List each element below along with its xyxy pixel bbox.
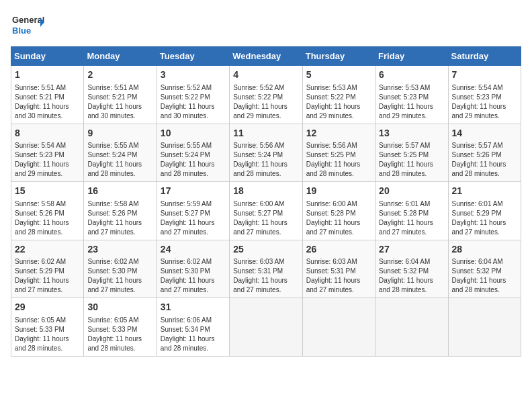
- day-number: 4: [233, 68, 298, 82]
- sunrise-label: Sunrise: 5:53 AM: [379, 84, 430, 91]
- day-cell: 18Sunrise: 6:00 AMSunset: 5:27 PMDayligh…: [230, 182, 302, 240]
- calendar-body: 1Sunrise: 5:51 AMSunset: 5:21 PMDaylight…: [11, 66, 521, 357]
- day-info: Sunrise: 6:05 AMSunset: 5:33 PMDaylight:…: [15, 316, 80, 353]
- daylight-label: Daylight: 11 hours: [161, 277, 215, 284]
- daylight-detail: and 30 minutes.: [15, 112, 62, 120]
- day-number: 5: [306, 68, 371, 82]
- column-header-saturday: Saturday: [448, 47, 521, 66]
- day-info: Sunrise: 5:52 AMSunset: 5:22 PMDaylight:…: [161, 83, 226, 121]
- sunrise-label: Sunrise: 5:54 AM: [452, 84, 503, 91]
- sunset-label: Sunset: 5:31 PM: [306, 267, 356, 275]
- day-cell: 6Sunrise: 5:53 AMSunset: 5:23 PMDaylight…: [375, 66, 448, 124]
- day-number: 28: [452, 243, 517, 257]
- sunrise-label: Sunrise: 5:52 AM: [233, 84, 284, 91]
- sunset-label: Sunset: 5:26 PM: [87, 210, 137, 217]
- day-cell: 25Sunrise: 6:03 AMSunset: 5:31 PMDayligh…: [230, 240, 302, 298]
- sunset-label: Sunset: 5:26 PM: [15, 210, 64, 217]
- day-number: 21: [452, 185, 517, 198]
- day-cell: [448, 298, 521, 357]
- sunrise-label: Sunrise: 6:05 AM: [15, 316, 66, 324]
- daylight-detail: and 28 minutes.: [161, 170, 208, 177]
- day-info: Sunrise: 6:03 AMSunset: 5:31 PMDaylight:…: [306, 257, 371, 295]
- day-info: Sunrise: 6:03 AMSunset: 5:31 PMDaylight:…: [233, 257, 298, 295]
- sunset-label: Sunset: 5:31 PM: [233, 267, 283, 275]
- daylight-label: Daylight: 11 hours: [161, 335, 215, 342]
- daylight-label: Daylight: 11 hours: [379, 277, 433, 284]
- sunrise-label: Sunrise: 6:01 AM: [379, 200, 430, 208]
- day-info: Sunrise: 5:54 AMSunset: 5:23 PMDaylight:…: [452, 83, 517, 121]
- day-number: 7: [452, 68, 517, 82]
- sunrise-label: Sunrise: 6:04 AM: [379, 258, 430, 265]
- daylight-label: Daylight: 11 hours: [15, 277, 69, 284]
- sunrise-label: Sunrise: 5:56 AM: [306, 142, 357, 149]
- day-info: Sunrise: 6:01 AMSunset: 5:29 PMDaylight:…: [452, 199, 517, 237]
- day-number: 24: [161, 243, 226, 257]
- sunset-label: Sunset: 5:30 PM: [161, 267, 210, 275]
- sunset-label: Sunset: 5:28 PM: [379, 210, 429, 217]
- day-number: 6: [379, 68, 444, 82]
- daylight-detail: and 28 minutes.: [452, 286, 500, 293]
- day-cell: 28Sunrise: 6:04 AMSunset: 5:32 PMDayligh…: [448, 240, 521, 298]
- day-number: 20: [379, 185, 444, 198]
- day-number: 9: [87, 127, 152, 140]
- sunset-label: Sunset: 5:33 PM: [87, 326, 137, 333]
- day-info: Sunrise: 5:59 AMSunset: 5:27 PMDaylight:…: [161, 199, 226, 237]
- daylight-label: Daylight: 11 hours: [161, 161, 215, 168]
- sunrise-label: Sunrise: 6:00 AM: [306, 200, 357, 208]
- day-info: Sunrise: 5:56 AMSunset: 5:25 PMDaylight:…: [306, 141, 371, 179]
- sunrise-label: Sunrise: 6:03 AM: [233, 258, 284, 265]
- day-number: 13: [379, 127, 444, 140]
- day-cell: 3Sunrise: 5:52 AMSunset: 5:22 PMDaylight…: [157, 66, 229, 124]
- day-info: Sunrise: 5:55 AMSunset: 5:24 PMDaylight:…: [87, 141, 152, 179]
- sunset-label: Sunset: 5:22 PM: [233, 93, 283, 101]
- day-number: 30: [87, 301, 152, 314]
- daylight-detail: and 28 minutes.: [306, 170, 354, 177]
- day-info: Sunrise: 5:55 AMSunset: 5:24 PMDaylight:…: [161, 141, 226, 179]
- daylight-detail: and 28 minutes.: [87, 170, 135, 177]
- sunrise-label: Sunrise: 5:57 AM: [379, 142, 430, 149]
- sunset-label: Sunset: 5:25 PM: [379, 151, 429, 158]
- sunset-label: Sunset: 5:23 PM: [379, 93, 429, 101]
- day-number: 12: [306, 127, 371, 140]
- day-cell: 26Sunrise: 6:03 AMSunset: 5:31 PMDayligh…: [302, 240, 375, 298]
- day-info: Sunrise: 5:56 AMSunset: 5:24 PMDaylight:…: [233, 141, 298, 179]
- daylight-label: Daylight: 11 hours: [379, 161, 433, 168]
- day-info: Sunrise: 6:01 AMSunset: 5:28 PMDaylight:…: [379, 199, 444, 237]
- daylight-detail: and 27 minutes.: [306, 286, 354, 293]
- day-info: Sunrise: 6:00 AMSunset: 5:27 PMDaylight:…: [233, 199, 298, 237]
- day-number: 25: [233, 243, 298, 257]
- logo: General Blue: [11, 11, 44, 41]
- sunrise-label: Sunrise: 6:01 AM: [452, 200, 503, 208]
- day-number: 29: [15, 301, 80, 314]
- sunset-label: Sunset: 5:30 PM: [87, 267, 137, 275]
- logo-svg: General Blue: [11, 11, 44, 41]
- daylight-label: Daylight: 11 hours: [233, 219, 287, 226]
- daylight-detail: and 27 minutes.: [87, 228, 135, 236]
- daylight-detail: and 30 minutes.: [87, 112, 135, 120]
- day-info: Sunrise: 5:53 AMSunset: 5:22 PMDaylight:…: [306, 83, 371, 121]
- sunrise-label: Sunrise: 5:56 AM: [233, 142, 284, 149]
- day-info: Sunrise: 6:02 AMSunset: 5:30 PMDaylight:…: [161, 257, 226, 295]
- sunrise-label: Sunrise: 5:58 AM: [87, 200, 138, 208]
- day-cell: 15Sunrise: 5:58 AMSunset: 5:26 PMDayligh…: [11, 182, 84, 240]
- day-info: Sunrise: 6:05 AMSunset: 5:33 PMDaylight:…: [87, 316, 152, 353]
- sunset-label: Sunset: 5:28 PM: [306, 210, 356, 217]
- daylight-detail: and 29 minutes.: [15, 170, 62, 177]
- day-number: 17: [161, 185, 226, 198]
- sunset-label: Sunset: 5:27 PM: [233, 210, 283, 217]
- daylight-detail: and 29 minutes.: [306, 112, 354, 120]
- column-header-friday: Friday: [375, 47, 448, 66]
- daylight-detail: and 28 minutes.: [161, 345, 208, 352]
- day-cell: 14Sunrise: 5:57 AMSunset: 5:26 PMDayligh…: [448, 124, 521, 182]
- daylight-detail: and 29 minutes.: [233, 112, 281, 120]
- day-info: Sunrise: 5:58 AMSunset: 5:26 PMDaylight:…: [87, 199, 152, 237]
- sunset-label: Sunset: 5:29 PM: [15, 267, 64, 275]
- day-cell: 10Sunrise: 5:55 AMSunset: 5:24 PMDayligh…: [157, 124, 229, 182]
- daylight-label: Daylight: 11 hours: [87, 335, 142, 342]
- day-cell: 13Sunrise: 5:57 AMSunset: 5:25 PMDayligh…: [375, 124, 448, 182]
- daylight-label: Daylight: 11 hours: [233, 103, 287, 110]
- svg-text:General: General: [12, 15, 44, 25]
- column-header-monday: Monday: [84, 47, 157, 66]
- day-info: Sunrise: 6:00 AMSunset: 5:28 PMDaylight:…: [306, 199, 371, 237]
- week-row-2: 15Sunrise: 5:58 AMSunset: 5:26 PMDayligh…: [11, 182, 521, 240]
